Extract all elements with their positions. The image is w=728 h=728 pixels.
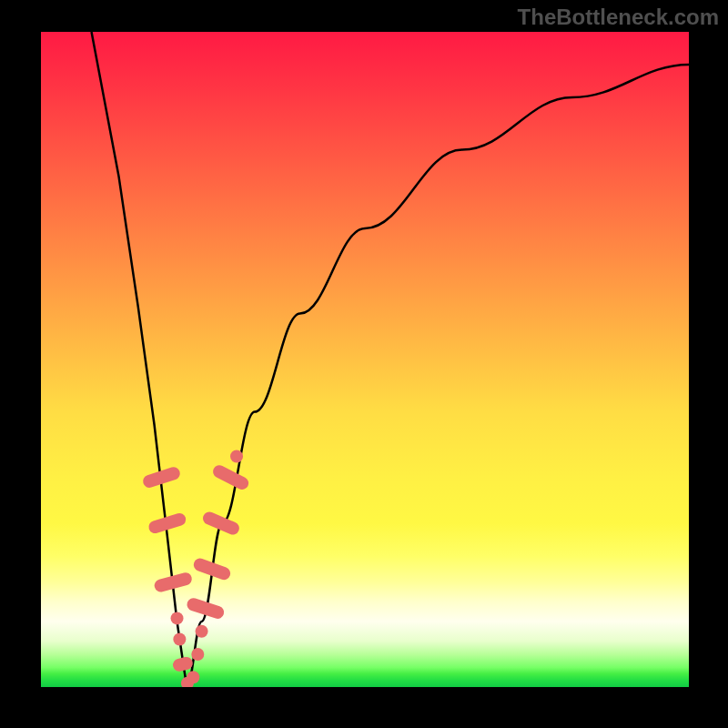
chart-curve-svg (41, 32, 689, 687)
data-marker (171, 612, 184, 624)
data-marker (191, 648, 204, 661)
data-marker (211, 463, 251, 492)
curve-right-branch (187, 65, 689, 687)
data-marker (187, 671, 199, 683)
watermark-text: TheBottleneck.com (518, 5, 719, 30)
data-marker (201, 510, 241, 536)
data-marker (230, 450, 243, 463)
data-marker (172, 656, 195, 673)
data-marker (173, 632, 186, 645)
data-marker (196, 625, 208, 638)
